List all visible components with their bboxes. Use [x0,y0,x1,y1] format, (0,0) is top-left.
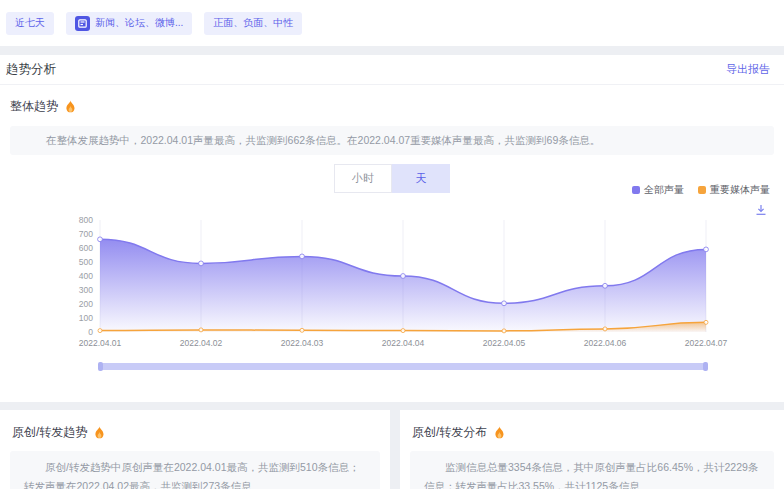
hot-icon [93,426,106,440]
y-axis-label: 700 [79,229,93,239]
x-axis-label: 2022.04.04 [382,338,425,348]
hot-icon [64,100,77,114]
original-repost-distribution-title-row: 原创/转发分布 [412,424,784,441]
y-axis-label: 500 [79,257,93,267]
y-axis-label: 0 [88,327,93,337]
overall-summary-box: 在整体发展趋势中，2022.04.01声量最高，共监测到662条信息。在2022… [10,126,774,155]
legend-swatch-total [632,186,640,194]
data-point-marker[interactable] [502,301,507,306]
date-range-label: 近七天 [15,16,45,30]
filter-bar: 近七天 新闻、论坛、微博... 正面、负面、中性 [0,0,784,46]
x-axis-label: 2022.04.03 [281,338,324,348]
original-repost-trend-title: 原创/转发趋势 [12,424,87,441]
overall-trend-title: 整体趋势 [10,98,58,115]
data-point-marker[interactable] [300,328,304,332]
data-point-marker[interactable] [300,254,305,259]
data-point-marker[interactable] [199,261,204,266]
overall-trend-title-row: 整体趋势 [10,98,784,115]
data-zoom-slider[interactable] [100,363,706,370]
y-axis-label: 800 [79,215,93,225]
tab-day[interactable]: 天 [392,164,450,193]
filter-chip-sentiment[interactable]: 正面、负面、中性 [204,12,302,35]
original-repost-trend-summary: 原创/转发趋势中原创声量在2022.04.01最高，共监测到510条信息；转发声… [24,458,366,489]
data-point-marker[interactable] [98,237,103,242]
sources-label: 新闻、论坛、微博... [95,16,183,30]
x-axis-label: 2022.04.06 [584,338,627,348]
original-repost-trend-title-row: 原创/转发趋势 [12,424,390,441]
legend-label-media: 重要媒体声量 [710,183,770,197]
data-point-marker[interactable] [603,283,608,288]
legend-item-media-volume[interactable]: 重要媒体声量 [698,183,770,197]
export-report-link[interactable]: 导出报告 [726,62,770,77]
legend-label-total: 全部声量 [644,183,684,197]
y-axis-label: 300 [79,285,93,295]
overall-summary-text: 在整体发展趋势中，2022.04.01声量最高，共监测到662条信息。在2022… [30,132,600,150]
trend-analysis-card: 趋势分析 导出报告 整体趋势 在整体发展趋势中，2022.04.01声量最高，共… [0,55,784,402]
original-repost-distribution-summary-box: 监测信息总量3354条信息，其中原创声量占比66.45%，共计2229条信息；转… [410,451,774,489]
sentiment-label: 正面、负面、中性 [213,16,293,30]
y-axis-label: 100 [79,313,93,323]
x-axis-label: 2022.04.01 [79,338,122,348]
data-point-marker[interactable] [98,329,102,333]
original-repost-trend-summary-box: 原创/转发趋势中原创声量在2022.04.01最高，共监测到510条信息；转发声… [10,451,380,489]
trend-card-header: 趋势分析 导出报告 [0,55,784,85]
x-axis-label: 2022.04.02 [180,338,223,348]
chart-legend: 全部声量 重要媒体声量 [632,183,770,197]
y-axis-label: 600 [79,243,93,253]
trend-chart[interactable]: 2022.04.012022.04.022022.04.032022.04.04… [0,207,784,357]
original-repost-distribution-summary: 监测信息总量3354条信息，其中原创声量占比66.45%，共计2229条信息；转… [424,458,760,489]
data-point-marker[interactable] [401,274,406,279]
hot-icon [493,426,506,440]
data-point-marker[interactable] [704,320,708,324]
data-point-marker[interactable] [401,329,405,333]
data-point-marker[interactable] [199,328,203,332]
data-point-marker[interactable] [502,329,506,333]
y-axis-label: 200 [79,299,93,309]
data-point-marker[interactable] [704,247,709,252]
tab-hour[interactable]: 小时 [334,164,392,193]
data-point-marker[interactable] [603,327,607,331]
filter-chip-date-range[interactable]: 近七天 [6,12,54,35]
x-axis-label: 2022.04.05 [483,338,526,348]
section-title: 趋势分析 [6,61,56,78]
legend-swatch-media [698,186,706,194]
original-repost-trend-card: 原创/转发趋势 原创/转发趋势中原创声量在2022.04.01最高，共监测到51… [0,410,390,489]
media-source-icon [75,16,90,31]
y-axis-label: 400 [79,271,93,281]
legend-item-total-volume[interactable]: 全部声量 [632,183,684,197]
x-axis-label: 2022.04.07 [685,338,728,348]
original-repost-distribution-title: 原创/转发分布 [412,424,487,441]
original-repost-distribution-card: 原创/转发分布 监测信息总量3354条信息，其中原创声量占比66.45%，共计2… [400,410,784,489]
filter-chip-sources[interactable]: 新闻、论坛、微博... [66,12,192,35]
